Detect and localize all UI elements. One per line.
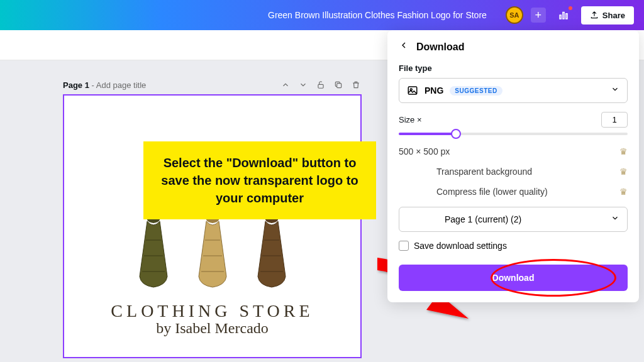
- crown-icon: ♛: [619, 146, 628, 156]
- duplicate-page-button[interactable]: [333, 79, 344, 90]
- download-button[interactable]: Download: [399, 265, 628, 291]
- page-down-button[interactable]: [297, 79, 309, 90]
- page-title-placeholder[interactable]: - Add page title: [92, 80, 147, 90]
- download-panel-header: Download: [387, 30, 639, 61]
- save-settings-checkbox[interactable]: [399, 241, 409, 251]
- chevron-down-icon: [611, 85, 619, 96]
- size-input[interactable]: [601, 112, 628, 128]
- page-header: Page 1 - Add page title: [63, 79, 362, 90]
- lock-open-icon: [316, 80, 325, 89]
- transparent-bg-option[interactable]: Transparent background ♛: [399, 162, 628, 182]
- page-select[interactable]: Page 1 (current) (2): [399, 207, 628, 232]
- app-header: Green Brown Illustration Clothes Fashion…: [0, 0, 644, 30]
- notification-dot: [569, 6, 572, 10]
- chart-bar-icon: [558, 9, 569, 21]
- size-slider[interactable]: [399, 133, 628, 135]
- logo-byline: by Isabel Mercado: [64, 320, 360, 337]
- share-button[interactable]: Share: [581, 6, 634, 25]
- dress-tan: [187, 209, 238, 293]
- header-actions: SA + Share: [506, 5, 634, 25]
- filetype-label: File type: [399, 63, 628, 73]
- suggested-badge: SUGGESTED: [450, 86, 502, 96]
- upload-icon: [590, 11, 599, 19]
- chevron-left-icon: [399, 40, 409, 50]
- page-up-button[interactable]: [280, 79, 291, 90]
- filetype-select[interactable]: PNG SUGGESTED: [399, 78, 628, 103]
- svg-rect-0: [560, 15, 561, 19]
- lock-page-button[interactable]: [315, 79, 326, 90]
- delete-page-button[interactable]: [350, 79, 362, 90]
- dimensions-row: 500 × 500 px ♛: [399, 141, 628, 162]
- crown-icon: ♛: [619, 167, 628, 177]
- callout-text: Select the "Download" button to save the…: [158, 154, 361, 207]
- user-avatar[interactable]: SA: [506, 6, 523, 24]
- add-collaborator-button[interactable]: +: [531, 8, 546, 23]
- size-row: Size ×: [399, 112, 628, 128]
- logo-illustration: [64, 209, 360, 293]
- design-canvas[interactable]: CLOTHING STORE by Isabel Mercado: [63, 94, 362, 358]
- slider-thumb[interactable]: [451, 129, 461, 139]
- chevron-down-icon: [611, 214, 619, 225]
- document-title[interactable]: Green Brown Illustration Clothes Fashion…: [257, 10, 498, 20]
- trash-icon: [352, 80, 360, 89]
- download-panel-title: Download: [416, 41, 464, 53]
- chevron-up-icon: [281, 80, 290, 89]
- dress-brown: [247, 209, 297, 293]
- dress-green: [128, 209, 179, 293]
- crown-icon: ♛: [619, 187, 628, 197]
- download-panel: Download File type PNG SUGGESTED Size × …: [387, 30, 639, 302]
- svg-rect-1: [563, 13, 564, 19]
- page-label: Page 1 - Add page title: [63, 80, 146, 90]
- save-settings-label: Save download settings: [414, 241, 507, 251]
- filetype-value: PNG: [425, 85, 443, 96]
- compress-option[interactable]: Compress file (lower quality) ♛: [399, 182, 628, 202]
- share-button-label: Share: [602, 11, 625, 20]
- svg-rect-4: [337, 84, 341, 88]
- insights-button[interactable]: [553, 5, 574, 25]
- back-button[interactable]: [399, 40, 409, 53]
- duplicate-icon: [334, 80, 343, 89]
- save-settings-row[interactable]: Save download settings: [399, 241, 628, 251]
- chevron-down-icon: [299, 80, 308, 89]
- image-icon: [407, 85, 418, 96]
- instruction-callout: Select the "Download" button to save the…: [143, 141, 376, 219]
- size-label: Size ×: [399, 115, 422, 124]
- svg-rect-2: [566, 14, 567, 19]
- svg-rect-3: [318, 84, 323, 88]
- logo-store-name: CLOTHING STORE: [64, 301, 360, 321]
